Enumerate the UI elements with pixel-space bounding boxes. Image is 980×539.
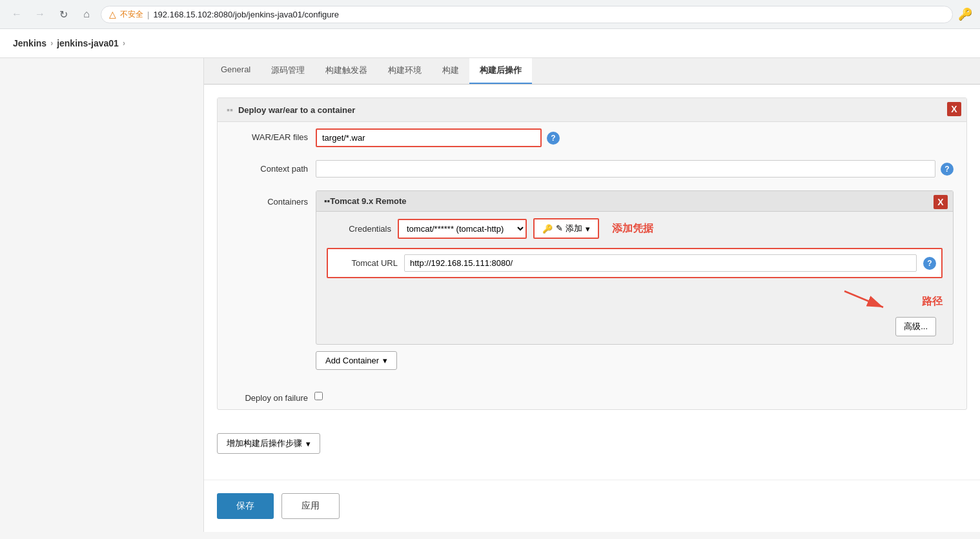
- tab-triggers[interactable]: 构建触发器: [315, 58, 378, 84]
- grip-icon: ▪▪: [227, 105, 233, 115]
- path-annotation: 路径: [922, 285, 943, 309]
- bottom-bar: 保存 应用: [204, 480, 980, 532]
- add-credentials-dropdown-icon: ▾: [586, 224, 590, 234]
- left-sidebar: [0, 58, 203, 532]
- red-arrow-icon: [838, 285, 890, 310]
- forward-button[interactable]: →: [31, 5, 49, 23]
- context-field-row: Context path ?: [218, 154, 966, 184]
- tab-scm[interactable]: 源码管理: [261, 58, 315, 84]
- containers-row: Containers ▪▪ Tomcat 9.x Remote X Creden: [218, 184, 966, 383]
- add-key-icon: 🔑: [542, 224, 553, 234]
- url-warning-text: 不安全: [120, 9, 143, 20]
- add-credentials-annotation: 添加凭据: [612, 222, 653, 236]
- container-title: Tomcat 9.x Remote: [330, 196, 406, 206]
- advanced-row: 高级...: [316, 314, 953, 344]
- add-post-step-dropdown-icon: ▾: [306, 439, 311, 449]
- address-bar[interactable]: △ 不安全 | 192.168.15.102:8080/job/jenkins-…: [101, 6, 953, 23]
- breadcrumb-project[interactable]: jenkins-java01: [57, 38, 119, 48]
- back-button[interactable]: ←: [8, 5, 26, 23]
- form-area: ▪▪ Deploy war/ear to a container X WAR/E…: [204, 85, 980, 480]
- section-close-button[interactable]: X: [947, 102, 961, 116]
- add-container-dropdown-icon: ▾: [383, 356, 387, 365]
- tab-post[interactable]: 构建后操作: [469, 58, 532, 84]
- tomcat-url-label: Tomcat URL: [333, 258, 398, 268]
- tomcat-url-help-icon[interactable]: ?: [923, 257, 936, 270]
- war-label: WAR/EAR files: [230, 128, 308, 142]
- tab-build[interactable]: 构建: [432, 58, 469, 84]
- container-card-header: ▪▪ Tomcat 9.x Remote: [316, 191, 953, 212]
- context-input[interactable]: [316, 160, 935, 178]
- credentials-select[interactable]: tomcat/****** (tomcat-http): [398, 219, 527, 239]
- add-credentials-label: ✎ 添加: [556, 223, 582, 234]
- war-input[interactable]: [316, 128, 542, 147]
- container-close-button[interactable]: X: [934, 195, 948, 209]
- credentials-label: Credentials: [327, 224, 391, 234]
- key-icon: 🔑: [958, 7, 972, 21]
- advanced-button[interactable]: 高级...: [895, 317, 936, 336]
- credentials-controls: tomcat/****** (tomcat-http) 🔑 ✎ 添加 ▾ 添加凭…: [398, 218, 943, 239]
- war-help-icon[interactable]: ?: [547, 132, 560, 145]
- add-credentials-button[interactable]: 🔑 ✎ 添加 ▾: [533, 218, 599, 239]
- refresh-button[interactable]: ↻: [54, 5, 72, 23]
- add-container-label: Add Container: [325, 356, 379, 365]
- deploy-section: ▪▪ Deploy war/ear to a container X WAR/E…: [217, 97, 967, 410]
- context-control-wrap: ?: [316, 160, 954, 178]
- add-post-step-button[interactable]: 增加构建后操作步骤 ▾: [217, 433, 320, 454]
- arrow-annotation-row: 路径: [316, 281, 953, 314]
- containers-inner: ▪▪ Tomcat 9.x Remote X Credentials tomca…: [316, 190, 954, 376]
- tabs-bar: General 源码管理 构建触发器 构建环境 构建 构建后操作: [204, 58, 980, 85]
- deploy-failure-row: Deploy on failure: [218, 383, 966, 409]
- tab-general[interactable]: General: [210, 58, 261, 84]
- add-post-step-section: 增加构建后操作步骤 ▾: [217, 420, 967, 467]
- add-post-step-label: 增加构建后操作步骤: [227, 438, 302, 449]
- war-control-wrap: ?: [316, 128, 954, 147]
- url-text: 192.168.15.102:8080/job/jenkins-java01/c…: [153, 10, 339, 19]
- context-help-icon[interactable]: ?: [941, 163, 954, 176]
- deploy-failure-label: Deploy on failure: [230, 389, 308, 403]
- section-header: ▪▪ Deploy war/ear to a container: [218, 98, 966, 122]
- save-button[interactable]: 保存: [217, 493, 274, 519]
- breadcrumb-jenkins[interactable]: Jenkins: [13, 38, 46, 48]
- deploy-failure-checkbox[interactable]: [314, 392, 323, 400]
- breadcrumb: Jenkins › jenkins-java01 ›: [0, 29, 980, 58]
- security-warning-icon: △: [109, 9, 116, 19]
- tomcat-url-box: Tomcat URL ?: [327, 248, 943, 278]
- container-card: ▪▪ Tomcat 9.x Remote X Credentials tomca…: [316, 190, 954, 345]
- breadcrumb-separator-2: ›: [123, 39, 125, 48]
- section-title: Deploy war/ear to a container: [238, 105, 355, 115]
- breadcrumb-separator-1: ›: [50, 39, 53, 48]
- tomcat-url-input[interactable]: [404, 254, 917, 272]
- war-field-row: WAR/EAR files ?: [218, 122, 966, 154]
- add-container-button[interactable]: Add Container ▾: [316, 351, 397, 370]
- credentials-row: Credentials tomcat/****** (tomcat-http) …: [316, 212, 953, 245]
- svg-line-1: [844, 291, 883, 307]
- home-button[interactable]: ⌂: [77, 5, 96, 23]
- context-label: Context path: [230, 160, 308, 174]
- tomcat-url-section: Tomcat URL ?: [316, 245, 953, 281]
- container-grip-icon: ▪▪: [324, 196, 330, 206]
- apply-button[interactable]: 应用: [281, 493, 340, 519]
- tab-env[interactable]: 构建环境: [378, 58, 432, 84]
- containers-label: Containers: [230, 190, 308, 207]
- arrow-wrap: [394, 285, 915, 310]
